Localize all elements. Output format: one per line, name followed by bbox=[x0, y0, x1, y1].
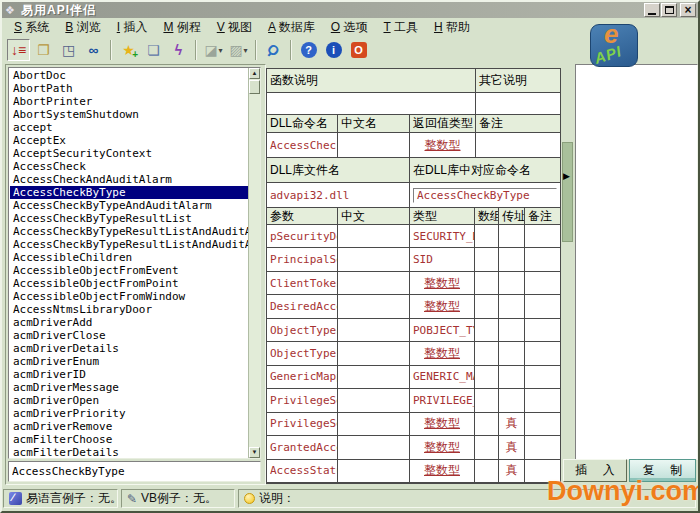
list-item[interactable]: accept bbox=[10, 121, 248, 134]
param-cn-cell[interactable] bbox=[338, 248, 410, 270]
minimize-button[interactable] bbox=[644, 3, 660, 17]
param-array-cell[interactable] bbox=[475, 366, 499, 388]
param-name-cell[interactable]: DesiredAcces bbox=[267, 295, 338, 317]
param-type-cell[interactable]: 整数型 bbox=[410, 342, 475, 364]
list-item[interactable]: AccessCheckByType bbox=[10, 186, 248, 199]
param-array-cell[interactable] bbox=[475, 413, 499, 435]
list-item[interactable]: AbortSystemShutdown bbox=[10, 108, 248, 121]
list-item[interactable]: acmDriverMessage bbox=[10, 381, 248, 394]
param-byref-cell[interactable] bbox=[499, 272, 525, 294]
param-type-cell[interactable]: SID bbox=[410, 248, 475, 270]
scroll-up-icon[interactable]: ▲ bbox=[249, 68, 260, 79]
open-book-icon[interactable]: ❐ bbox=[32, 39, 55, 61]
lightning-icon[interactable]: ϟ bbox=[167, 39, 190, 61]
list-item[interactable]: acmDriverAdd bbox=[10, 316, 248, 329]
list-item[interactable]: AccessCheckAndAuditAlarm bbox=[10, 173, 248, 186]
list-item[interactable]: acmFilterChoose bbox=[10, 433, 248, 446]
list-item[interactable]: acmDriverOpen bbox=[10, 394, 248, 407]
list-item[interactable]: AccessCheckByTypeResultList bbox=[10, 212, 248, 225]
param-cn-cell[interactable] bbox=[338, 436, 410, 458]
param-note-cell[interactable] bbox=[525, 413, 560, 435]
list-item[interactable]: AccessibleChildren bbox=[10, 251, 248, 264]
param-cn-cell[interactable] bbox=[338, 272, 410, 294]
param-name-cell[interactable]: ObjectTypeLi bbox=[267, 319, 338, 341]
insert-button[interactable]: 插 入 bbox=[563, 459, 627, 482]
export-menu-icon[interactable]: ◪▾ bbox=[202, 39, 225, 61]
list-item[interactable]: AbortPrinter bbox=[10, 95, 248, 108]
list-item[interactable]: AccessCheckByTypeAndAuditAlarm bbox=[10, 199, 248, 212]
list-item[interactable]: acmDriverPriority bbox=[10, 407, 248, 420]
param-cn-cell[interactable] bbox=[338, 342, 410, 364]
param-note-cell[interactable] bbox=[525, 319, 560, 341]
param-name-cell[interactable]: ClientToken bbox=[267, 272, 338, 294]
function-search-input[interactable] bbox=[8, 461, 261, 482]
menu-item-system[interactable]: S 系统 bbox=[6, 18, 57, 37]
param-byref-cell[interactable] bbox=[499, 248, 525, 270]
param-byref-cell[interactable] bbox=[499, 389, 525, 411]
list-item[interactable]: AccessNtmsLibraryDoor bbox=[10, 303, 248, 316]
param-type-cell[interactable]: 整数型 bbox=[410, 460, 475, 482]
param-cn-cell[interactable] bbox=[338, 460, 410, 482]
about-icon[interactable]: O bbox=[347, 39, 370, 61]
scroll-thumb[interactable] bbox=[249, 80, 260, 94]
param-cn-cell[interactable] bbox=[338, 366, 410, 388]
maximize-button[interactable] bbox=[661, 3, 677, 17]
list-item[interactable]: acmDriverDetails bbox=[10, 342, 248, 355]
menu-item-options[interactable]: O 选项 bbox=[323, 18, 376, 37]
description-panel[interactable] bbox=[575, 64, 698, 460]
scroll-down-icon[interactable]: ▼ bbox=[249, 447, 260, 458]
param-byref-cell[interactable]: 真 bbox=[499, 436, 525, 458]
param-array-cell[interactable] bbox=[475, 389, 499, 411]
param-array-cell[interactable] bbox=[475, 248, 499, 270]
list-item[interactable]: AcceptSecurityContext bbox=[10, 147, 248, 160]
param-cn-cell[interactable] bbox=[338, 295, 410, 317]
binoculars-icon[interactable]: ∞ bbox=[82, 39, 105, 61]
param-cn-cell[interactable] bbox=[338, 413, 410, 435]
list-item[interactable]: acmDriverID bbox=[10, 368, 248, 381]
param-byref-cell[interactable]: 真 bbox=[499, 460, 525, 482]
collapse-arrow-icon[interactable]: ▶ bbox=[563, 172, 570, 181]
param-type-cell[interactable]: 整数型 bbox=[410, 436, 475, 458]
list-item[interactable]: acmFilterDetails bbox=[10, 446, 248, 458]
param-cn-cell[interactable] bbox=[338, 225, 410, 247]
param-byref-cell[interactable] bbox=[499, 342, 525, 364]
rename-window-icon[interactable]: ◳ bbox=[57, 39, 80, 61]
param-note-cell[interactable] bbox=[525, 295, 560, 317]
param-array-cell[interactable] bbox=[475, 436, 499, 458]
help-icon[interactable]: ? bbox=[297, 39, 320, 61]
list-item[interactable]: AccessCheckByTypeResultListAndAuditAlarm bbox=[10, 225, 248, 238]
return-type-cell[interactable]: 整数型 bbox=[410, 133, 476, 157]
menu-item-help[interactable]: H 帮助 bbox=[426, 18, 478, 37]
param-note-cell[interactable] bbox=[525, 366, 560, 388]
close-button[interactable]: × bbox=[680, 3, 696, 17]
menu-item-example[interactable]: M 例程 bbox=[155, 18, 208, 37]
panel-splitter[interactable]: ▶ bbox=[561, 68, 575, 484]
search-icon[interactable]: Ϙ bbox=[262, 39, 285, 61]
param-cn-cell[interactable] bbox=[338, 319, 410, 341]
menu-item-tools[interactable]: T 工具 bbox=[375, 18, 425, 37]
param-name-cell[interactable]: PrivilegeSet bbox=[267, 389, 338, 411]
param-note-cell[interactable] bbox=[525, 248, 560, 270]
param-type-cell[interactable]: 整数型 bbox=[410, 413, 475, 435]
param-name-cell[interactable]: PrivilegeSet bbox=[267, 413, 338, 435]
param-note-cell[interactable] bbox=[525, 272, 560, 294]
dropdown-arrow-icon[interactable]: ▾ bbox=[244, 46, 248, 55]
list-item[interactable]: AccessibleObjectFromWindow bbox=[10, 290, 248, 303]
dropdown-arrow-icon[interactable]: ▾ bbox=[219, 46, 223, 55]
param-array-cell[interactable] bbox=[475, 460, 499, 482]
list-item[interactable]: acmDriverRemove bbox=[10, 420, 248, 433]
copy-button[interactable]: 复 制 bbox=[629, 459, 696, 482]
param-byref-cell[interactable] bbox=[499, 319, 525, 341]
param-byref-cell[interactable] bbox=[499, 295, 525, 317]
info-icon[interactable]: i bbox=[322, 39, 345, 61]
param-name-cell[interactable]: AccessStatus bbox=[267, 460, 338, 482]
dll-command-cell[interactable]: AccessCheckB bbox=[267, 133, 338, 157]
cn-name-cell[interactable] bbox=[338, 133, 410, 157]
menu-item-browse[interactable]: B 浏览 bbox=[57, 18, 108, 37]
param-byref-cell[interactable]: 真 bbox=[499, 413, 525, 435]
param-name-cell[interactable]: ObjectTypeLi bbox=[267, 342, 338, 364]
template-menu-icon[interactable]: ▨▾ bbox=[227, 39, 250, 61]
param-note-cell[interactable] bbox=[525, 436, 560, 458]
param-name-cell[interactable]: pSecurityDes bbox=[267, 225, 338, 247]
param-array-cell[interactable] bbox=[475, 225, 499, 247]
